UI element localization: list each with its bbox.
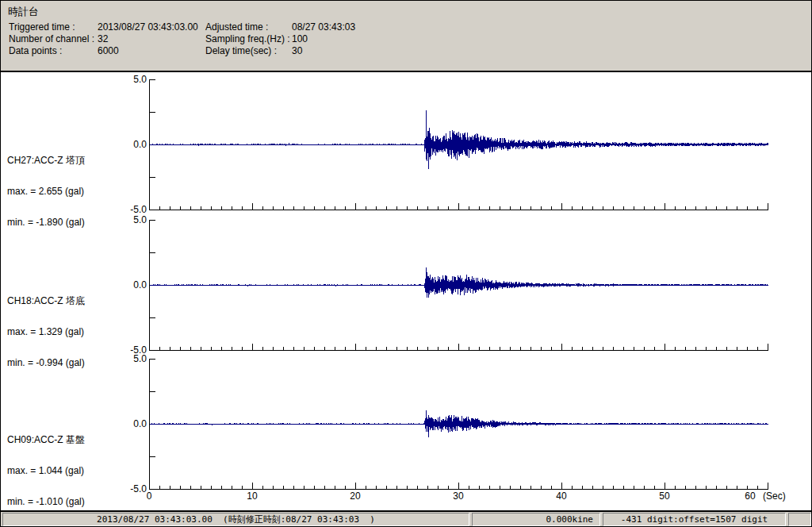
channel-max: max. = 2.655 (gal) (7, 187, 142, 197)
status-bar: 2013/08/27 03:43:03.00 (時刻修正時刻:08/27 03:… (1, 512, 812, 527)
status-digit-offset: -431 digit:offset=1507 digit (603, 513, 786, 526)
triggered-time-label: Triggered time : (9, 21, 75, 33)
y-axis-label: 0.0 (113, 139, 147, 149)
x-axis-label: 50 (653, 490, 676, 502)
channel-info-ch09: CH09:ACC-Z 基盤 max. = 1.044 (gal) min. = … (7, 414, 142, 527)
adjusted-time-value: 08/27 03:43:03 (292, 21, 355, 33)
station-title: 時計台 (8, 5, 39, 19)
channel-count-value: 32 (98, 33, 108, 44)
x-axis-label: 20 (343, 490, 367, 502)
channel-min: min. = -1.010 (gal) (7, 497, 142, 507)
x-axis-label: 0 (137, 490, 161, 502)
x-axis-label: 40 (550, 490, 573, 502)
channel-name: CH09:ACC-Z 基盤 (7, 435, 142, 445)
app-window: 時計台 Triggered time : 2013/08/27 03:43:03… (0, 0, 812, 527)
data-points-label: Data points : (9, 45, 62, 56)
y-axis-label: 0.0 (113, 279, 147, 290)
channel-info-ch27: CH27:ACC-Z 塔頂 max. = 2.655 (gal) min. = … (7, 135, 142, 248)
y-axis-label: -5.0 (113, 204, 147, 214)
status-empty-cell (788, 513, 811, 526)
y-axis-label: 5.0 (113, 353, 147, 364)
chart-panel: CH27:ACC-Z 塔頂 max. = 2.655 (gal) min. = … (1, 71, 812, 512)
channel-max: max. = 1.044 (gal) (7, 466, 142, 476)
y-axis-label: 5.0 (113, 74, 147, 84)
adjusted-time-label: Adjusted time : (205, 21, 268, 33)
status-timestamp: 2013/08/27 03:43:03.00 (時刻修正時刻:08/27 03:… (2, 513, 469, 526)
channel-count-label: Number of channel : (9, 33, 94, 44)
waveform-trace-1 (150, 110, 768, 170)
delay-time-value: 30 (292, 45, 302, 56)
status-kine-value: 0.000kine (472, 513, 600, 526)
x-axis-unit-label: (Sec) (763, 490, 786, 502)
y-axis-label: 5.0 (113, 214, 147, 225)
sampling-freq-value: 100 (292, 33, 308, 44)
sampling-freq-label: Sampling freq.(Hz) : (205, 33, 290, 44)
channel-name: CH27:ACC-Z 塔頂 (7, 156, 142, 166)
delay-time-label: Delay time(sec) : (205, 45, 277, 56)
waveform-trace-3 (150, 410, 768, 437)
triggered-time-value: 2013/08/27 03:43:03.00 (98, 21, 198, 33)
channel-max: max. = 1.329 (gal) (7, 327, 142, 337)
channel-name: CH18:ACC-Z 塔底 (7, 296, 142, 306)
data-points-value: 6000 (98, 45, 119, 56)
x-axis-label: 60 (738, 490, 762, 502)
channel-info-ch18: CH18:ACC-Z 塔底 max. = 1.329 (gal) min. = … (7, 275, 142, 389)
x-axis-label: 30 (446, 490, 470, 502)
waveform-trace-2 (150, 267, 768, 298)
x-axis-label: 10 (240, 490, 264, 502)
header-panel: 時計台 Triggered time : 2013/08/27 03:43:03… (1, 1, 811, 71)
y-axis-label: 0.0 (113, 418, 147, 429)
